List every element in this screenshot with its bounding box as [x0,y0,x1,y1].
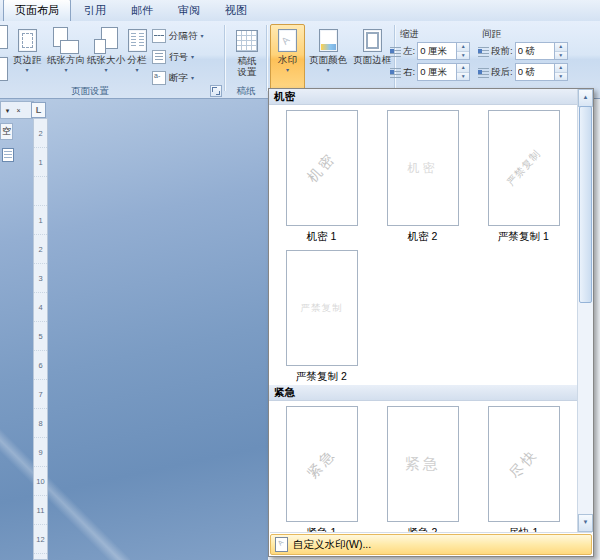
watermark-option-urgent-2[interactable]: 紧急 紧急 2 [372,401,473,532]
watermark-button[interactable]: 水印 ▾ [270,24,305,92]
watermark-preview: 尽快 [488,406,560,522]
margins-button[interactable]: 页边距 ▾ [8,24,46,92]
indent-right-label: 右: [403,66,415,79]
custom-watermark-item[interactable]: 自定义水印(W)... [270,534,592,555]
page-borders-label: 页面边框 [353,54,391,65]
spin-down-icon[interactable]: ▼ [457,52,469,60]
spin-down-icon[interactable]: ▼ [555,52,567,60]
spacing-after-label: 段后: [491,66,513,79]
indent-left-icon [390,46,401,57]
spin-up-icon[interactable]: ▲ [457,43,469,52]
page-color-button[interactable]: 页面颜色 ▾ [306,24,350,92]
tab-page-layout[interactable]: 页面布局 [3,0,71,21]
grid-paper-setup-button[interactable]: 稿纸设置 [228,24,266,92]
grid-paper-icon [236,30,258,52]
indent-header: 缩进 [400,28,419,41]
tab-view[interactable]: 视图 [213,0,259,21]
spin-buttons: ▲ ▼ [554,64,567,80]
close-icon[interactable]: × [14,105,23,116]
watermark-text: 紧急 [303,445,339,482]
spacing-after-icon [478,67,489,78]
indent-left-stepper: ▲ ▼ [417,42,470,60]
watermark-text: 严禁复制 [301,302,343,315]
watermark-option-asap-1[interactable]: 尽快 尽快 1 [473,401,574,532]
spacing-after-row: 段后: ▲ ▼ [478,63,568,81]
watermark-text: 尽快 [505,445,541,482]
spacing-after-input[interactable] [516,64,554,80]
chevron-down-icon: ▾ [135,67,138,73]
spin-up-icon[interactable]: ▲ [555,64,567,73]
document-canvas[interactable]: ▾ × L 空 2112345678910111213 [0,98,268,560]
ruler-number: 6 [34,351,47,380]
watermark-preview: 紧急 [387,406,459,522]
scrollbar-thumb[interactable] [579,106,592,303]
hyphenation-icon [152,71,166,85]
line-numbers-icon [152,50,166,64]
indent-left-input[interactable] [418,43,456,59]
watermark-option-do-not-copy-1[interactable]: 严禁复制 严禁复制 1 [473,105,574,245]
hyphenation-label: 断字 [169,72,188,85]
indent-right-input[interactable] [418,64,456,80]
page-setup-dialog-launcher[interactable] [210,85,222,97]
columns-button[interactable]: 分栏 ▾ [122,24,152,92]
spin-up-icon[interactable]: ▲ [555,43,567,52]
tab-mailings[interactable]: 邮件 [119,0,165,21]
watermark-option-confidential-2[interactable]: 机密 机密 2 [372,105,473,245]
watermark-option-label: 机密 1 [307,230,337,243]
spacing-before-input[interactable] [516,43,554,59]
ruler-number: 9 [34,438,47,467]
tab-review[interactable]: 审阅 [166,0,212,21]
scrollbar-down-button[interactable]: ▼ [578,514,593,532]
spacing-header: 间距 [482,28,501,41]
paper-size-label: 纸张大小 [87,54,125,65]
scrollbar-up-button[interactable]: ▲ [578,89,593,107]
custom-watermark-icon [275,537,288,552]
page-borders-icon [363,29,382,52]
scrollbar-track[interactable]: ▲ ▼ [577,89,593,532]
indent-left-row: 左: ▲ ▼ [390,42,470,60]
watermark-option-label: 紧急 2 [408,526,438,532]
spacing-before-row: 段前: ▲ ▼ [478,42,568,60]
text-direction-icon [0,25,8,49]
gallery-content: 机密 机密 机密 1 机密 机密 2 [269,89,578,532]
watermark-option-do-not-copy-2[interactable]: 严禁复制 严禁复制 2 [271,245,372,385]
ruler-number: 12 [34,525,47,554]
hyphenation-button[interactable]: 断字 ▾ [152,70,194,86]
watermark-label: 水印 [278,54,297,65]
spin-down-icon[interactable]: ▼ [457,73,469,81]
chevron-down-icon: ▾ [201,33,204,39]
grid-paper-label: 稿纸设置 [235,55,259,77]
ruler-number: 11 [34,496,47,525]
text-direction-button-clipped[interactable] [0,25,8,89]
tab-stop-selector[interactable]: L [31,102,46,118]
page-borders-button[interactable]: 页面边框 [350,24,394,92]
ruler-number: 4 [34,293,47,322]
orientation-button[interactable]: 纸张方向 ▾ [46,24,86,92]
watermark-icon [278,29,297,52]
spin-buttons: ▲ ▼ [456,43,469,59]
watermark-option-confidential-1[interactable]: 机密 机密 1 [271,105,372,245]
pane-tab[interactable]: 空 [0,123,13,140]
indent-right-stepper: ▲ ▼ [417,63,470,81]
line-numbers-button[interactable]: 行号 ▾ [152,49,194,65]
breaks-button[interactable]: 分隔符 ▾ [152,28,204,44]
page-color-icon [319,29,338,52]
ruler-number: 7 [34,380,47,409]
watermark-option-label: 机密 2 [408,230,438,243]
page-color-label: 页面颜色 [309,54,347,65]
pane-dropdown-icon[interactable]: ▾ [3,105,12,116]
vertical-ruler[interactable]: 2112345678910111213 [33,118,48,560]
spin-up-icon[interactable]: ▲ [457,64,469,73]
spin-down-icon[interactable]: ▼ [555,73,567,81]
watermark-option-urgent-1[interactable]: 紧急 紧急 1 [271,401,372,532]
watermark-option-label: 严禁复制 1 [498,230,549,243]
watermark-preview: 紧急 [286,406,358,522]
watermark-option-label: 紧急 1 [307,526,337,532]
ruler-number: 2 [34,235,47,264]
paper-size-button[interactable]: 纸张大小 ▾ [86,24,126,92]
gallery-grid: 紧急 紧急 1 紧急 紧急 2 尽快 尽快 1 [269,401,578,532]
pane-mini-toolbar: ▾ × [0,101,34,119]
tab-references[interactable]: 引用 [72,0,118,21]
line-numbers-label: 行号 [169,51,188,64]
page-thumbnail-icon [2,148,14,162]
